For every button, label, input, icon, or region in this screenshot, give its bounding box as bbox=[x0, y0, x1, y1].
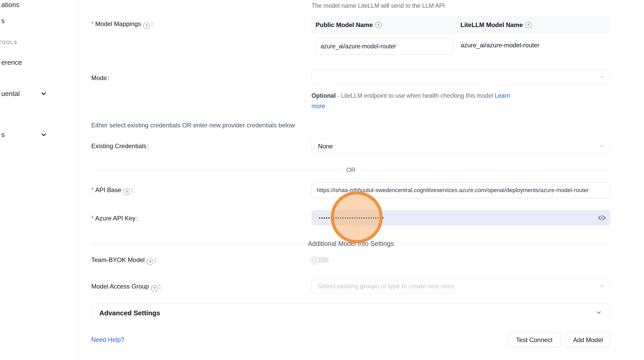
help-icon[interactable]: ? bbox=[143, 22, 150, 29]
help-icon[interactable]: ? bbox=[123, 188, 130, 195]
credentials-note: Either select existing credentials OR en… bbox=[91, 122, 295, 129]
colon: : bbox=[151, 20, 153, 27]
need-help-link[interactable]: Need Help? bbox=[91, 335, 124, 344]
help-icon[interactable]: ? bbox=[151, 285, 158, 292]
divider-line bbox=[91, 244, 303, 244]
mode-select[interactable] bbox=[311, 70, 610, 85]
model-access-group-label: Model Access Group?: bbox=[91, 282, 161, 292]
sidebar-item-clipped-4[interactable]: uental bbox=[1, 89, 20, 98]
chevron-down-icon bbox=[599, 283, 605, 290]
hint-bold: Optional bbox=[311, 92, 336, 99]
column-header-label: Public Model Name bbox=[316, 21, 373, 29]
colon: : bbox=[108, 74, 109, 81]
sidebar-item-label: ations bbox=[1, 1, 19, 9]
label-text: Model Mappings bbox=[95, 20, 141, 27]
advanced-settings-title: Advanced Settings bbox=[99, 309, 160, 317]
label-text: Team-BYOK Model bbox=[91, 256, 145, 263]
help-icon[interactable]: ? bbox=[375, 22, 382, 28]
litellm-model-name-cell: azure_ai/azure-model-router bbox=[456, 34, 539, 59]
sidebar-item-clipped-2[interactable]: s bbox=[1, 16, 5, 25]
model-mappings-label: *Model Mappings?: bbox=[91, 20, 153, 29]
team-byok-toggle[interactable] bbox=[310, 256, 330, 264]
mode-hint-line1: Optional - LiteLLM endpoint to use when … bbox=[311, 91, 510, 100]
column-header-label: LiteLLM Model Name bbox=[460, 21, 523, 29]
model-mappings-table: Public Model Name ? LiteLLM Model Name ?… bbox=[311, 16, 610, 59]
api-base-input[interactable]: https://ishaa-mh6uutut-swedencentral.cog… bbox=[311, 182, 610, 198]
colon: : bbox=[147, 142, 149, 149]
azure-api-key-label: *Azure API Key: bbox=[91, 214, 138, 222]
label-text: Azure API Key bbox=[95, 215, 135, 222]
eye-icon[interactable] bbox=[597, 213, 606, 223]
required-marker: * bbox=[91, 20, 94, 27]
sidebar-item-clipped-5[interactable]: s bbox=[1, 130, 5, 139]
sidebar-section-tools: TOOLS bbox=[0, 39, 17, 46]
azure-api-key-input[interactable] bbox=[311, 210, 610, 226]
divider-line bbox=[399, 244, 610, 244]
sidebar-item-label: s bbox=[1, 17, 5, 25]
label-text: API Base bbox=[95, 186, 121, 193]
sidebar-section-label: TOOLS bbox=[0, 40, 17, 45]
sidebar-item-label: s bbox=[1, 131, 5, 139]
api-base-label: *API Base?: bbox=[91, 186, 133, 195]
sidebar-item-clipped-3[interactable]: erence bbox=[1, 58, 22, 67]
existing-credentials-select[interactable]: None bbox=[311, 139, 610, 154]
table-row: azure_ai/azure-model-router bbox=[311, 34, 610, 59]
existing-credentials-label: Existing Credentials: bbox=[91, 142, 149, 150]
masked-password-dots bbox=[319, 217, 383, 219]
mode-hint-line2: more bbox=[311, 102, 325, 110]
sidebar-item-label: uental bbox=[1, 90, 20, 97]
chevron-down-icon bbox=[595, 309, 602, 317]
label-text: Mode bbox=[91, 74, 107, 81]
additional-settings-divider: Additional Model Info Settings bbox=[91, 239, 610, 248]
colon: : bbox=[136, 215, 138, 222]
colon: : bbox=[131, 186, 133, 193]
sidebar-divider bbox=[78, 0, 78, 360]
chevron-down-icon bbox=[40, 90, 47, 99]
colon: : bbox=[155, 256, 157, 263]
chevron-down-icon bbox=[599, 143, 605, 150]
hint-text: - LiteLLM endpoint to use when health ch… bbox=[336, 92, 495, 99]
learn-more-link[interactable]: Learn bbox=[495, 92, 510, 99]
required-marker: * bbox=[91, 186, 94, 193]
model-access-group-select[interactable]: Select existing groups or type to create… bbox=[311, 279, 610, 294]
public-model-name-cell bbox=[311, 34, 456, 59]
or-divider-text: OR bbox=[342, 166, 360, 174]
placeholder-text: Select existing groups or type to create… bbox=[318, 283, 454, 290]
table-header-row: Public Model Name ? LiteLLM Model Name ? bbox=[311, 16, 610, 34]
sidebar-item-label: erence bbox=[1, 58, 22, 66]
sidebar: ations s TOOLS erence uental s bbox=[0, 0, 78, 360]
model-name-hint: The model name LiteLLM will send to the … bbox=[311, 2, 445, 10]
learn-more-link[interactable]: more bbox=[311, 103, 325, 109]
mode-label: Mode: bbox=[91, 74, 109, 82]
column-header-public-model-name: Public Model Name ? bbox=[311, 16, 456, 34]
divider-line bbox=[91, 170, 342, 170]
toggle-knob bbox=[310, 256, 319, 264]
chevron-down-icon bbox=[599, 74, 605, 81]
help-icon[interactable]: ? bbox=[525, 22, 532, 28]
chevron-down-icon bbox=[40, 131, 47, 140]
divider-line bbox=[360, 170, 611, 170]
label-text: Existing Credentials bbox=[91, 142, 146, 149]
add-model-button[interactable]: Add Model bbox=[565, 332, 610, 347]
colon: : bbox=[159, 283, 161, 290]
or-divider: OR bbox=[91, 166, 610, 174]
public-model-name-input[interactable] bbox=[316, 38, 453, 55]
test-connect-button[interactable]: Test Connect bbox=[508, 332, 561, 347]
column-header-litellm-model-name: LiteLLM Model Name ? bbox=[456, 16, 610, 34]
api-base-value: https://ishaa-mh6uutut-swedencentral.cog… bbox=[317, 187, 589, 194]
sidebar-item-clipped-1[interactable]: ations bbox=[1, 0, 19, 9]
label-text: Model Access Group bbox=[91, 283, 149, 290]
help-icon[interactable]: ? bbox=[147, 258, 153, 265]
additional-settings-divider-text: Additional Model Info Settings bbox=[303, 240, 399, 247]
content-right-border bbox=[621, 0, 622, 359]
advanced-settings-panel[interactable]: Advanced Settings bbox=[91, 303, 610, 323]
selected-value: None bbox=[318, 143, 333, 150]
team-byok-label: Team-BYOK Model?: bbox=[91, 256, 157, 265]
content-bottom-border bbox=[78, 359, 621, 359]
required-marker: * bbox=[91, 215, 94, 222]
